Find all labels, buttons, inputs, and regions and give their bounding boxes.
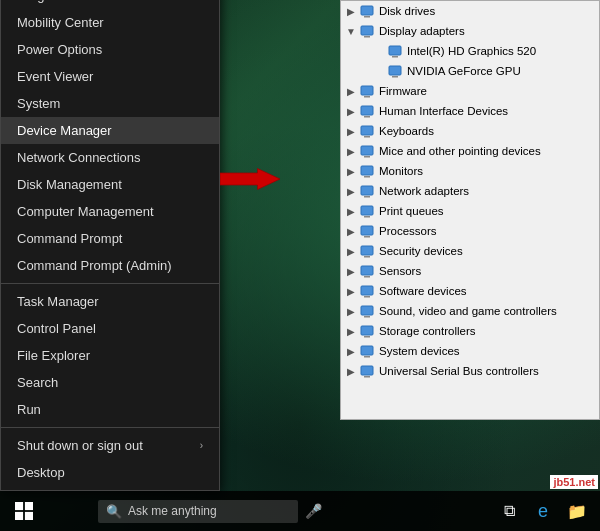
- dm-expand-arrow: ▶: [345, 105, 357, 117]
- dm-item[interactable]: ▶Storage controllers: [341, 321, 599, 341]
- menu-item-network-connections[interactable]: Network Connections: [1, 144, 219, 171]
- dm-item-label: Human Interface Devices: [379, 105, 508, 117]
- menu-item-label: Run: [17, 402, 41, 417]
- menu-item-task-manager[interactable]: Task Manager: [1, 288, 219, 315]
- menu-item-label: Disk Management: [17, 177, 122, 192]
- watermark: jb51.net: [550, 475, 598, 489]
- dm-item[interactable]: ▶Sensors: [341, 261, 599, 281]
- svg-rect-37: [364, 376, 370, 378]
- dm-item[interactable]: ▶Sound, video and game controllers: [341, 301, 599, 321]
- edge-browser-icon[interactable]: e: [528, 496, 558, 526]
- dm-expand-arrow: ▶: [345, 305, 357, 317]
- dm-item[interactable]: ▶Print queues: [341, 201, 599, 221]
- dm-item-label: Processors: [379, 225, 437, 237]
- dm-expand-arrow: ▶: [345, 285, 357, 297]
- dm-item[interactable]: ▶Universal Serial Bus controllers: [341, 361, 599, 381]
- dm-item[interactable]: ▶Human Interface Devices: [341, 101, 599, 121]
- dm-item[interactable]: ▶Firmware: [341, 81, 599, 101]
- dm-item[interactable]: Intel(R) HD Graphics 520: [341, 41, 599, 61]
- dm-expand-arrow: [373, 65, 385, 77]
- menu-item-label: Desktop: [17, 465, 65, 480]
- dm-item-label: Monitors: [379, 165, 423, 177]
- svg-rect-5: [392, 56, 398, 58]
- dm-item[interactable]: ▶Processors: [341, 221, 599, 241]
- dm-item[interactable]: ▶Software devices: [341, 281, 599, 301]
- svg-rect-18: [361, 186, 373, 195]
- dm-item[interactable]: ▶Keyboards: [341, 121, 599, 141]
- menu-item-computer-management[interactable]: Computer Management: [1, 198, 219, 225]
- svg-rect-7: [392, 76, 398, 78]
- svg-rect-30: [361, 306, 373, 315]
- dm-expand-arrow: ▶: [345, 265, 357, 277]
- dm-item-icon: [359, 323, 375, 339]
- dm-expand-arrow: ▶: [345, 205, 357, 217]
- dm-item[interactable]: ▶Mice and other pointing devices: [341, 141, 599, 161]
- dm-item-icon: [359, 83, 375, 99]
- menu-item-shut-down-sign-out[interactable]: Shut down or sign out›: [1, 432, 219, 459]
- svg-rect-17: [364, 176, 370, 178]
- dm-item-label: Print queues: [379, 205, 444, 217]
- dm-expand-arrow: ▶: [345, 5, 357, 17]
- menu-item-command-prompt-admin[interactable]: Command Prompt (Admin): [1, 252, 219, 279]
- dm-item-label: Universal Serial Bus controllers: [379, 365, 539, 377]
- menu-item-device-manager[interactable]: Device Manager: [1, 117, 219, 144]
- svg-rect-4: [389, 46, 401, 55]
- dm-item-label: Intel(R) HD Graphics 520: [407, 45, 536, 57]
- dm-expand-arrow: ▶: [345, 345, 357, 357]
- dm-item-icon: [359, 363, 375, 379]
- svg-rect-16: [361, 166, 373, 175]
- search-placeholder: Ask me anything: [128, 504, 217, 518]
- dm-item[interactable]: ▶System devices: [341, 341, 599, 361]
- menu-item-label: Power Options: [17, 42, 102, 57]
- taskbar-search[interactable]: 🔍 Ask me anything: [98, 500, 298, 523]
- svg-rect-22: [361, 226, 373, 235]
- menu-item-label: Command Prompt: [17, 231, 122, 246]
- dm-item-icon: [359, 243, 375, 259]
- dm-item-icon: [359, 223, 375, 239]
- dm-expand-arrow: ▶: [345, 85, 357, 97]
- menu-item-programs-features[interactable]: Programs and Features: [1, 0, 219, 9]
- svg-rect-39: [15, 502, 23, 510]
- menu-item-label: Event Viewer: [17, 69, 93, 84]
- svg-rect-0: [361, 6, 373, 15]
- svg-rect-20: [361, 206, 373, 215]
- svg-marker-38: [220, 169, 280, 190]
- menu-item-label: Shut down or sign out: [17, 438, 143, 453]
- menu-item-command-prompt[interactable]: Command Prompt: [1, 225, 219, 252]
- dm-item-label: Software devices: [379, 285, 467, 297]
- dm-item-icon: [359, 203, 375, 219]
- menu-item-control-panel[interactable]: Control Panel: [1, 315, 219, 342]
- menu-item-system[interactable]: System: [1, 90, 219, 117]
- file-explorer-taskbar-icon[interactable]: 📁: [562, 496, 592, 526]
- dm-item[interactable]: NVIDIA GeForce GPU: [341, 61, 599, 81]
- dm-item[interactable]: ▼Display adapters: [341, 21, 599, 41]
- menu-item-search[interactable]: Search: [1, 369, 219, 396]
- dm-expand-arrow: ▼: [345, 25, 357, 37]
- menu-item-desktop[interactable]: Desktop: [1, 459, 219, 486]
- menu-item-mobility-center[interactable]: Mobility Center: [1, 9, 219, 36]
- svg-rect-11: [364, 116, 370, 118]
- dm-item-icon: [359, 123, 375, 139]
- svg-rect-9: [364, 96, 370, 98]
- task-view-button[interactable]: ⧉: [494, 496, 524, 526]
- dm-item-icon: [359, 103, 375, 119]
- menu-item-run[interactable]: Run: [1, 396, 219, 423]
- dm-expand-arrow: ▶: [345, 145, 357, 157]
- menu-item-event-viewer[interactable]: Event Viewer: [1, 63, 219, 90]
- dm-item-icon: [359, 283, 375, 299]
- dm-item[interactable]: ▶Network adapters: [341, 181, 599, 201]
- dm-item-label: System devices: [379, 345, 460, 357]
- dm-item[interactable]: ▶Monitors: [341, 161, 599, 181]
- search-icon: 🔍: [106, 504, 122, 519]
- dm-item[interactable]: ▶Disk drives: [341, 1, 599, 21]
- svg-rect-24: [361, 246, 373, 255]
- dm-expand-arrow: ▶: [345, 245, 357, 257]
- menu-item-file-explorer[interactable]: File Explorer: [1, 342, 219, 369]
- dm-item-icon: [387, 63, 403, 79]
- dm-item[interactable]: ▶Security devices: [341, 241, 599, 261]
- menu-item-power-options[interactable]: Power Options: [1, 36, 219, 63]
- menu-item-disk-management[interactable]: Disk Management: [1, 171, 219, 198]
- start-button[interactable]: [0, 491, 48, 531]
- svg-rect-33: [364, 336, 370, 338]
- svg-rect-13: [364, 136, 370, 138]
